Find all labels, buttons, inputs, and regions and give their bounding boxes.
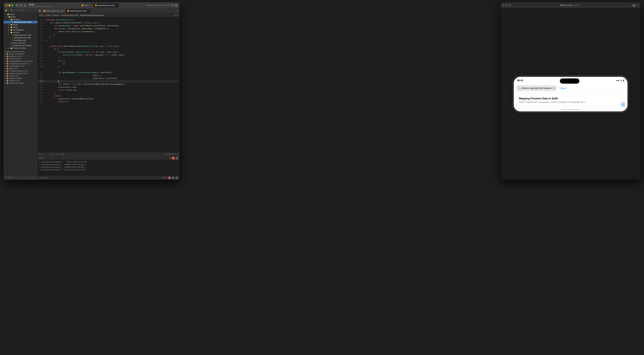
code-line-117: } bbox=[44, 33, 180, 36]
tab-notes[interactable]: Notes ✕ bbox=[80, 3, 93, 8]
editor-controls: ⊟ ⊞ bbox=[174, 14, 178, 16]
tree-item-plist[interactable]: ☰ GoogleService-Info.plist bbox=[4, 44, 38, 47]
pkg-googlemeasurement[interactable]: ▶ 📦 GoogleAppMeasurement 10.24.0 bbox=[4, 60, 38, 62]
running-label: Running Notes on iPhone 15 Pro bbox=[147, 4, 170, 6]
code-line-134: let result = try await vectorSearchQuery… bbox=[44, 83, 180, 86]
thread-icon[interactable]: ⊞ bbox=[56, 153, 58, 155]
sidebar-filter-input[interactable] bbox=[8, 177, 30, 178]
pkg-nanopb[interactable]: ▶ 📦 nanopb 2.30910.0 bbox=[4, 77, 38, 80]
inspector-icon[interactable]: ⊟ bbox=[176, 153, 178, 155]
step-over-icon[interactable]: ⤵ bbox=[45, 153, 46, 155]
sidebar-toggle-icon[interactable]: ⊟ bbox=[16, 4, 18, 7]
pkg-firebase[interactable]: ▶ 📦 Firebase 10.24.0 bbox=[4, 58, 38, 60]
tree-item-views[interactable]: ▶ 📁 Views bbox=[4, 26, 38, 28]
window-title: Notes bbox=[29, 4, 52, 6]
pkg-leveldb[interactable]: ▶ 📦 leveldb 1.22.5 bbox=[4, 75, 38, 77]
sort-icon[interactable]: ↕ bbox=[34, 177, 36, 178]
nav-forward-icon[interactable]: ▷ bbox=[24, 4, 26, 7]
notes-label: ≡ Notes bbox=[59, 153, 65, 155]
tree-item-model[interactable]: ▶ 📁 Model bbox=[4, 24, 38, 26]
add-tab-icon[interactable]: + bbox=[171, 4, 174, 7]
debug-toolbar: ≡ Filter 🗑 1 1 bbox=[38, 156, 180, 160]
status-left: ■ ⏸ ⤵ ↓ ↑ ▶ ⚙ ⊞ bbox=[39, 153, 58, 155]
tree-item-notes-repository[interactable]: S NotesRepository.swift bbox=[4, 21, 38, 24]
issues-icon[interactable]: ⚠ bbox=[14, 9, 16, 12]
delete-debug[interactable]: 🗑 bbox=[168, 177, 171, 178]
pkg-appcheck[interactable]: ▶ 📦 AppCheck 10.19.0 bbox=[4, 55, 38, 58]
notesrepo-tab-close[interactable]: ✕ bbox=[88, 10, 90, 12]
nav-arrows[interactable]: ◁▷ bbox=[38, 10, 41, 12]
tree-item-screens[interactable]: ▾ 📁 Screens bbox=[4, 31, 38, 34]
search-sidebar-icon[interactable]: 🔍 bbox=[11, 9, 13, 12]
view-options[interactable]: ◉ bbox=[44, 177, 46, 178]
add-file-icon[interactable]: + bbox=[5, 177, 7, 178]
pkg-abseil[interactable]: ▶ 📦 abseil 1.202401160.1 bbox=[4, 53, 38, 55]
breadcrumb-services[interactable]: Services bbox=[52, 14, 59, 16]
pkg-promises[interactable]: ▶ 📦 Promises 2.4.0 bbox=[4, 80, 38, 82]
file-tab-notesrepo[interactable]: NotesRepository.swift ✕ bbox=[66, 9, 92, 13]
tree-item-notesapp[interactable]: S NotesApp.swift bbox=[4, 39, 38, 42]
tab-notes-close[interactable]: ✕ bbox=[90, 4, 92, 6]
code-line-120 bbox=[44, 42, 180, 45]
tab-notes-repository[interactable]: NotesRepository.swift ✕ bbox=[93, 3, 119, 8]
tab-notes-repo-icon bbox=[95, 4, 97, 6]
debug-options-icon[interactable]: ⚙ bbox=[54, 153, 55, 155]
breadcrumb-notes2[interactable]: Notes bbox=[46, 14, 50, 16]
file-tab-bar: ◁▷ NotesListScreen.swift NotesRepository… bbox=[38, 8, 180, 13]
code-content[interactable]: extension NotesRepository { func semanti… bbox=[44, 17, 180, 152]
folder-icon[interactable]: 📁 bbox=[5, 9, 7, 12]
pkg-interop[interactable]: ▶ 📦 InteropForGoogle 100.0.0 bbox=[4, 72, 38, 75]
code-line-121: private func performQuery(searchTerm: St… bbox=[44, 45, 180, 48]
breakpoints-icon[interactable]: ◉ bbox=[22, 9, 25, 12]
split-view-icon[interactable]: ⊞ bbox=[175, 4, 178, 7]
notes-root-icon: 📁 bbox=[7, 14, 9, 15]
pkg-gtmsession[interactable]: ▶ 📦 GTMSessionFetcher 3.4.1 bbox=[4, 70, 38, 72]
tab-notes-repo-close[interactable]: ✕ bbox=[116, 4, 118, 6]
close-button[interactable] bbox=[6, 4, 8, 6]
filter-icon-bottom[interactable]: ≡ Filter bbox=[162, 177, 167, 178]
file-tab-noteslist[interactable]: NotesListScreen.swift bbox=[42, 9, 65, 13]
title-bar-right: Running Notes on iPhone 15 Pro + ⊞ bbox=[147, 4, 178, 7]
filter-label-debug: ≡ Filter bbox=[39, 157, 44, 159]
tree-item-notes[interactable]: ▾ 📁 Notes bbox=[4, 16, 38, 18]
tree-item-notes-root[interactable]: ▾ 📁 Notes bbox=[4, 13, 38, 16]
info-icon[interactable]: ℹ bbox=[47, 177, 48, 178]
tree-item-services[interactable]: ▾ 📁 Services bbox=[4, 18, 38, 21]
source-control-icon[interactable]: ⎇ bbox=[8, 9, 10, 12]
filter-options-icon[interactable]: ⊞ bbox=[31, 177, 33, 178]
nav-back-icon[interactable]: ◁ bbox=[20, 4, 22, 7]
pkg-datatransport[interactable]: ▶ 📦 GoogleDataTransport 9.4.0 bbox=[4, 62, 38, 65]
breadcrumb-method[interactable]: M performQuery(searchTerm:) bbox=[80, 14, 104, 16]
pkg-utilities[interactable]: ▶ 📦 GoogleUtilities 7.13.1 bbox=[4, 65, 38, 68]
breakpoint-icon[interactable]: ■ bbox=[39, 153, 40, 155]
code-line-126: else { bbox=[44, 60, 180, 62]
pkg-swiftprotobuf[interactable]: ▶ 📦 SwiftProtobuf 1.26.0 bbox=[4, 82, 38, 84]
tree-item-noteedit[interactable]: S NoteEditScreen.swift bbox=[4, 36, 38, 39]
debug-continue-icon[interactable]: ▶ bbox=[51, 153, 52, 155]
debug-icon[interactable]: ⬛ bbox=[20, 9, 22, 12]
debug-line-2: ["GybbVqm9jHoaodmwVpYv", "RnN8MnX7A98Fu1… bbox=[39, 163, 178, 166]
split-editor-icon[interactable]: ⊟ bbox=[174, 14, 176, 16]
debug-line-3: ["GybbVqm9jHoaodmwVpYv", "RnN8MnX7A98Fu1… bbox=[39, 166, 178, 168]
breadcrumb-notes1[interactable]: Notes bbox=[39, 14, 44, 16]
code-editor[interactable]: 108 109 114 115 116 117 118 119 121 122 … bbox=[38, 17, 180, 152]
editor-status-bar: ■ ⏸ ⤵ ↓ ↑ ▶ ⚙ ⊞ ≡ Notes Line: 133 Col: 9… bbox=[38, 152, 180, 156]
clear-console-icon[interactable]: 🗑 bbox=[169, 157, 171, 159]
step-out-icon[interactable]: ↑ bbox=[49, 153, 50, 155]
maximize-button[interactable] bbox=[11, 4, 13, 6]
tree-item-noteslist[interactable]: S NotesListScreen.swift bbox=[4, 34, 38, 36]
minimize-button[interactable] bbox=[8, 4, 10, 6]
tree-item-assets[interactable]: ◉ Assets.xcassets bbox=[4, 42, 38, 44]
step-in-icon[interactable]: ↓ bbox=[47, 153, 48, 155]
tree-item-viewmodifiers[interactable]: ▶ 📁 ViewModifiers bbox=[4, 28, 38, 31]
code-line-116: notes.first {$0.id == documentId } bbox=[44, 30, 180, 33]
breadcrumb-notesrepo[interactable]: NotesRepository.swift bbox=[61, 14, 78, 16]
code-line-131: limit: 2, bbox=[44, 74, 180, 77]
editor-options-icon[interactable]: ⊞ bbox=[176, 14, 178, 16]
tree-item-preview[interactable]: ▶ 📁 Preview Content bbox=[4, 47, 38, 49]
sidebar: 📁 ⎇ 🔍 ⚠ ◈ ⬛ ◉ ▾ 📁 Notes ▾ 📁 Notes bbox=[4, 8, 38, 178]
code-line-127: [] bbox=[44, 62, 180, 65]
pkg-grpc[interactable]: ▶ 📦 gRPC 1.62.2 bbox=[4, 68, 38, 70]
pause-icon[interactable]: ⏸ bbox=[42, 153, 43, 155]
test-icon[interactable]: ◈ bbox=[16, 9, 19, 12]
